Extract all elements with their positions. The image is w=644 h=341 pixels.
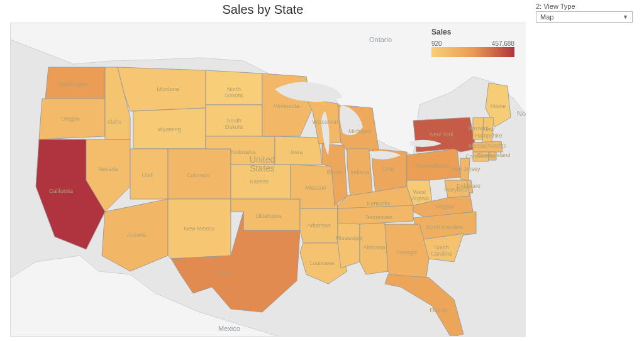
view-type-dropdown[interactable]: Map ▼ [536,11,633,23]
state-MA[interactable] [473,141,502,152]
state-AL[interactable] [360,223,388,274]
state-MT[interactable] [118,67,206,111]
color-legend: Sales 920 457,688 [431,28,519,57]
view-type-label: 2: View Type [536,3,633,10]
state-SD[interactable] [206,105,262,136]
map-viz[interactable]: Ontario Nova Mexico UnitedStates Washing… [10,23,526,337]
state-UT[interactable] [130,149,168,199]
state-KS[interactable] [231,165,291,199]
state-VT[interactable] [473,117,484,139]
legend-min: 920 [431,40,442,47]
state-ND[interactable] [206,70,262,105]
state-NH[interactable] [482,117,494,143]
legend-max: 457,688 [492,40,514,47]
state-AR[interactable] [300,208,338,243]
view-type-selected: Map [540,13,553,21]
state-NM[interactable] [168,199,231,259]
state-CT[interactable] [473,152,489,161]
state-NJ[interactable] [460,158,470,180]
state-IA[interactable] [275,136,322,165]
state-WY[interactable] [133,108,206,149]
legend-gradient [431,47,514,57]
state-CO[interactable] [168,149,231,199]
state-RI[interactable] [489,152,496,160]
state-IN[interactable] [347,149,372,196]
state-OR[interactable] [39,99,105,139]
view-type-control: 2: View Type Map ▼ [536,3,633,23]
chart-title: Sales by State [0,3,526,17]
chevron-down-icon: ▼ [623,14,628,20]
state-TN[interactable] [338,205,413,224]
state-MD[interactable] [445,180,470,198]
legend-title: Sales [431,28,519,36]
